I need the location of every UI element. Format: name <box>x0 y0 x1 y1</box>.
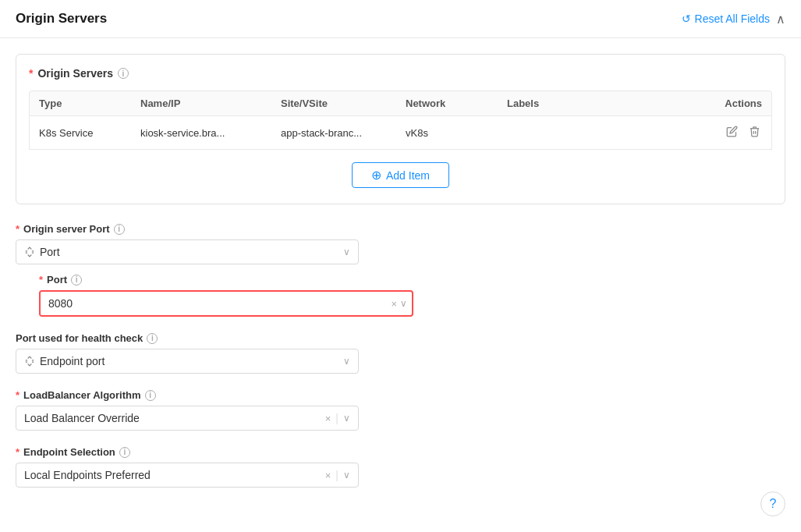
lb-algorithm-group: * LoadBalancer Algorithm i Load Balancer… <box>16 389 785 431</box>
lb-algorithm-info-icon[interactable]: i <box>145 390 156 401</box>
port-field-title: Port <box>47 274 67 286</box>
delete-row-button[interactable] <box>747 124 762 141</box>
port-input-wrapper: × ∨ <box>39 290 413 317</box>
lb-algorithm-label: * LoadBalancer Algorithm i <box>16 389 785 401</box>
origin-port-group: * Origin server Port i Port ∨ * Port i <box>16 223 785 317</box>
add-item-row: ⊕ Add Item <box>29 150 772 191</box>
port-select-value: Port <box>40 246 60 258</box>
origin-port-info-icon[interactable]: i <box>114 224 125 235</box>
page-container: Origin Servers ↺ Reset All Fields ∧ * Or… <box>0 0 801 532</box>
lb-divider: | <box>335 412 338 424</box>
header-actions: ↺ Reset All Fields ∧ <box>682 12 785 27</box>
origin-servers-title: Origin Servers <box>37 67 113 80</box>
lb-required-star: * <box>16 389 19 401</box>
endpoint-divider: | <box>335 469 338 481</box>
port-field-info-icon[interactable]: i <box>71 275 82 286</box>
help-icon: ? <box>770 497 777 511</box>
origin-port-label: * Origin server Port i <box>16 223 785 235</box>
port-clear-button[interactable]: × <box>391 298 397 310</box>
endpoint-selection-select[interactable]: Local Endpoints Preferred × | ∨ <box>16 463 359 488</box>
origin-servers-card: * Origin Servers i Type Name/IP Site/VSi… <box>16 54 785 204</box>
endpoint-selection-label: * Endpoint Selection i <box>16 446 785 458</box>
port-required-star: * <box>16 223 19 235</box>
header-bar: Origin Servers ↺ Reset All Fields ∧ <box>0 0 801 38</box>
collapse-icon: ∧ <box>776 12 785 26</box>
reset-all-fields-button[interactable]: ↺ Reset All Fields <box>682 12 770 25</box>
port-sub-field: * Port i × ∨ <box>39 274 785 317</box>
port-chevron-icon: ∨ <box>343 246 350 257</box>
endpoint-selection-title: Endpoint Selection <box>23 446 115 458</box>
endpoint-selection-group: * Endpoint Selection i Local Endpoints P… <box>16 446 785 488</box>
port-select-icon <box>24 246 35 257</box>
row-actions <box>700 124 762 141</box>
lb-clear-button[interactable]: × <box>325 413 331 424</box>
row-type: K8s Service <box>39 127 140 139</box>
col-sitevsite: Site/VSite <box>281 98 406 109</box>
origin-port-select[interactable]: Port ∨ <box>16 239 359 264</box>
col-actions: Actions <box>700 98 762 109</box>
help-button[interactable]: ? <box>760 491 785 516</box>
health-check-select[interactable]: Endpoint port ∨ <box>16 349 359 374</box>
page-title: Origin Servers <box>16 11 107 27</box>
lb-chevron-icon: ∨ <box>343 413 350 424</box>
row-nameip: kiosk-service.bra... <box>140 127 281 139</box>
endpoint-required-star: * <box>16 446 19 458</box>
main-content: * Origin Servers i Type Name/IP Site/VSi… <box>0 38 801 519</box>
endpoint-selection-value: Local Endpoints Preferred <box>24 469 151 481</box>
health-check-port-group: Port used for health check i Endpoint po… <box>16 332 785 374</box>
row-network: vK8s <box>406 127 507 139</box>
endpoint-selection-info-icon[interactable]: i <box>119 447 130 458</box>
endpoint-clear-button[interactable]: × <box>325 470 331 481</box>
col-type: Type <box>39 98 140 109</box>
port-field-required-star: * <box>39 274 43 286</box>
port-chevron-button[interactable]: ∨ <box>400 298 407 309</box>
required-star: * <box>29 67 33 80</box>
health-check-info-icon[interactable]: i <box>147 333 158 344</box>
table-header: Type Name/IP Site/VSite Network Labels A… <box>29 90 772 116</box>
lb-algorithm-title: LoadBalancer Algorithm <box>23 389 140 401</box>
row-sitevsite: app-stack-branc... <box>281 127 406 139</box>
port-input[interactable] <box>41 292 386 315</box>
add-item-label: Add Item <box>386 169 430 182</box>
collapse-button[interactable]: ∧ <box>776 12 785 27</box>
origin-servers-label: * Origin Servers i <box>29 67 772 80</box>
health-check-label: Port used for health check i <box>16 332 785 344</box>
endpoint-chevron-icon: ∨ <box>343 470 350 481</box>
health-check-title: Port used for health check <box>16 332 143 344</box>
origin-servers-info-icon[interactable]: i <box>118 68 129 79</box>
col-network: Network <box>406 98 507 109</box>
reset-label: Reset All Fields <box>695 12 770 25</box>
reset-icon: ↺ <box>682 12 691 25</box>
port-field-label: * Port i <box>39 274 785 286</box>
health-check-chevron-icon: ∨ <box>343 356 350 367</box>
lb-algorithm-value: Load Balancer Override <box>24 412 140 424</box>
add-icon: ⊕ <box>371 168 381 183</box>
col-nameip: Name/IP <box>140 98 281 109</box>
table-row: K8s Service kiosk-service.bra... app-sta… <box>29 116 772 150</box>
health-select-icon <box>24 356 35 367</box>
lb-algorithm-select[interactable]: Load Balancer Override × | ∨ <box>16 406 359 431</box>
origin-port-title: Origin server Port <box>23 223 110 235</box>
edit-row-button[interactable] <box>725 124 739 141</box>
add-item-button[interactable]: ⊕ Add Item <box>352 162 449 188</box>
health-check-select-value: Endpoint port <box>40 355 105 367</box>
col-labels: Labels <box>507 98 700 109</box>
